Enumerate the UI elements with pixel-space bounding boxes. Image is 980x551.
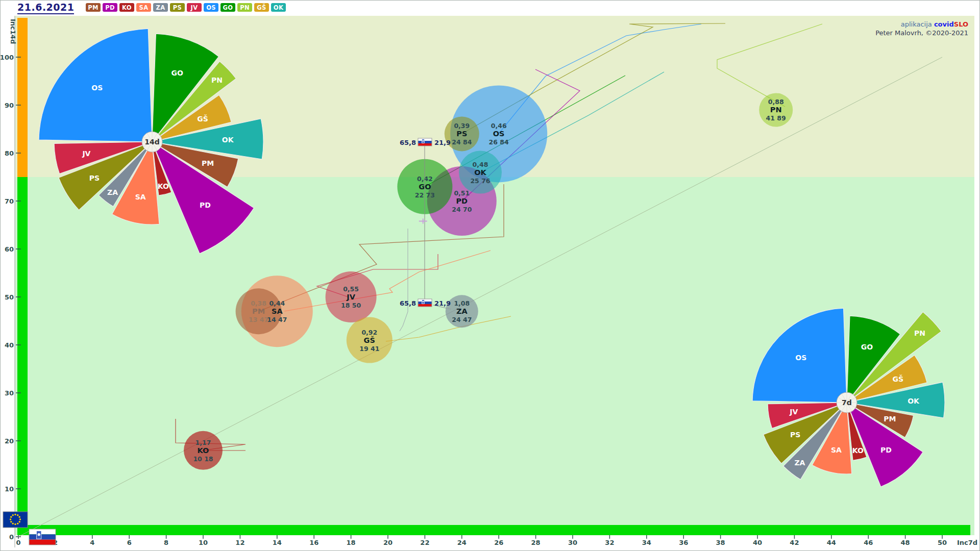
app-title-prefix: aplikacija <box>901 20 934 28</box>
legend-chip-JV[interactable]: JV <box>187 3 202 12</box>
svg-text:26 84: 26 84 <box>489 138 509 146</box>
svg-text:SA: SA <box>272 307 283 315</box>
x-tick-label: 0 <box>16 539 20 546</box>
legend-chip-SA[interactable]: SA <box>136 3 151 12</box>
rose-14d-label-OS: OS <box>91 84 103 92</box>
legend-chip-PM[interactable]: PM <box>86 3 101 12</box>
rose-14d-label-OK: OK <box>222 136 234 144</box>
x-tick-label: 16 <box>309 539 318 546</box>
slovenia-flag-icon <box>418 299 432 307</box>
x-tick-label: 18 <box>347 539 356 546</box>
x-tick-label: 8 <box>164 539 168 546</box>
rose-7d-label-PM: PM <box>884 415 896 423</box>
svg-text:GŠ: GŠ <box>364 336 375 344</box>
y-tick-label: 60 <box>5 245 14 253</box>
legend-chip-GO[interactable]: GO <box>220 3 235 12</box>
y-tick-label: 30 <box>5 389 14 397</box>
svg-text:0,39: 0,39 <box>454 122 470 130</box>
svg-text:25 76: 25 76 <box>470 177 490 185</box>
rose-7d-label-GŠ: GŠ <box>892 374 903 383</box>
legend-chip-PD[interactable]: PD <box>103 3 117 12</box>
rose-7d-label-OK: OK <box>908 397 920 405</box>
x-tick-label: 50 <box>938 539 947 546</box>
legend-chip-PN[interactable]: PN <box>237 3 252 12</box>
svg-text:0,48: 0,48 <box>473 161 488 168</box>
rose-7d-label-SA: SA <box>831 446 842 454</box>
rose-14d-label-GŠ: GŠ <box>197 114 208 123</box>
svg-text:10 18: 10 18 <box>193 455 213 463</box>
rose-7d-label-PS: PS <box>790 431 800 439</box>
legend-chip-OS[interactable]: OS <box>204 3 218 12</box>
date-label: 21.6.2021 <box>17 2 74 14</box>
y-risk-bar-green <box>17 177 28 535</box>
x-tick-label: 20 <box>383 539 393 546</box>
svg-text:OS: OS <box>493 130 505 138</box>
y-tick-label: 0 <box>9 533 14 541</box>
x-tick-label: 44 <box>827 539 836 546</box>
x-tick-label: 6 <box>127 539 132 546</box>
rose-14d-label-PN: PN <box>211 76 223 84</box>
x-tick-label: 24 <box>457 539 467 546</box>
x-tick-label: 14 <box>273 539 282 546</box>
svg-text:0,92: 0,92 <box>361 329 377 336</box>
legend-chip-GŠ[interactable]: GŠ <box>254 3 269 12</box>
y-tick-label: 40 <box>5 341 14 349</box>
app-title: aplikacija covidSLO <box>875 20 968 29</box>
svg-text:PD: PD <box>456 197 468 205</box>
rose-7d-label-PD: PD <box>880 446 892 454</box>
y-tick-label: 20 <box>5 437 14 445</box>
rose-7d-label-KO: KO <box>852 446 864 455</box>
eu-flag-icon <box>3 512 28 528</box>
rose-14d-label-JV: JV <box>82 149 90 158</box>
rose-14d-label-KO: KO <box>158 182 169 190</box>
x-tick-label: 38 <box>716 539 725 546</box>
svg-text:0,51: 0,51 <box>454 189 470 197</box>
svg-text:24 47: 24 47 <box>452 316 472 323</box>
rose-7d-label-PN: PN <box>914 329 925 337</box>
svg-text:19 41: 19 41 <box>359 345 379 353</box>
x-risk-bar-green <box>28 525 970 535</box>
svg-text:14 47: 14 47 <box>267 316 287 323</box>
rose-14d-label-SA: SA <box>135 193 146 201</box>
y-tick-label: 50 <box>5 293 14 301</box>
y-tick-label: 80 <box>5 149 14 157</box>
x-tick-label: 26 <box>494 539 503 546</box>
y-tick-label: 70 <box>5 197 14 205</box>
legend-chip-PS[interactable]: PS <box>170 3 185 12</box>
x-tick-label: 40 <box>753 539 762 546</box>
rose-7d-label-GO: GO <box>861 343 873 351</box>
x-tick-label: 10 <box>199 539 208 546</box>
y-tick-label: 10 <box>5 485 14 493</box>
svg-text:0,38: 0,38 <box>251 299 266 307</box>
x-tick-label: 30 <box>568 539 577 546</box>
rose-7d-label-ZA: ZA <box>794 459 805 467</box>
x-tick-label: 4 <box>90 539 94 546</box>
author-copyright: Peter Malovrh, ©2020-2021 <box>875 29 968 37</box>
y-tick-label: 100 <box>1 54 14 61</box>
slovenia-flag-corner-icon <box>29 529 56 545</box>
legend-chip-OK[interactable]: OK <box>271 3 286 12</box>
x-tick-label: 34 <box>642 539 651 546</box>
legend-chip-KO[interactable]: KO <box>119 3 134 12</box>
rose-14d-label-PS: PS <box>89 174 100 182</box>
rose-7d-label-OS: OS <box>795 354 806 362</box>
legend-chip-ZA[interactable]: ZA <box>153 3 168 12</box>
svg-text:1,08: 1,08 <box>454 299 470 307</box>
svg-text:JV: JV <box>346 293 355 301</box>
svg-text:24 84: 24 84 <box>452 138 472 146</box>
brand-slo: SLO <box>954 20 968 28</box>
svg-text:OK: OK <box>474 168 486 177</box>
svg-text:0,55: 0,55 <box>343 285 359 293</box>
x-tick-label: 12 <box>235 539 244 546</box>
svg-text:13 47: 13 47 <box>249 316 268 323</box>
svg-text:0,88: 0,88 <box>768 98 784 106</box>
rose-14d-label-PD: PD <box>200 201 211 209</box>
header-bar: 21.6.2021 PMPDKOSAZAPSJVOSGOPNGŠOK <box>1 1 979 16</box>
credits: aplikacija covidSLO Peter Malovrh, ©2020… <box>875 20 968 37</box>
svg-text:18 50: 18 50 <box>341 302 361 309</box>
svg-text:PN: PN <box>770 106 782 114</box>
svg-text:24 70: 24 70 <box>452 206 472 213</box>
rose-7d-label-JV: JV <box>789 408 798 416</box>
x-tick-label: 32 <box>605 539 614 546</box>
y-axis-title: Inc14d <box>9 19 17 44</box>
